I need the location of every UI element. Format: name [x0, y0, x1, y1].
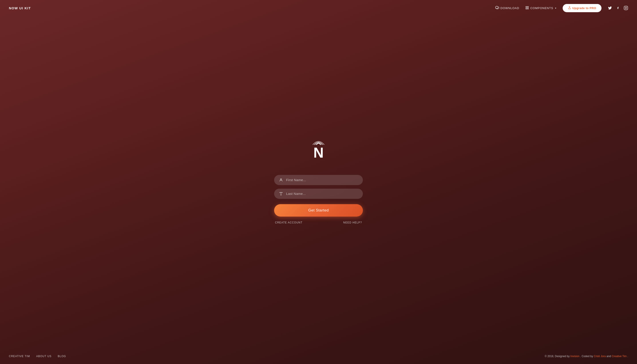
footer: CREATIVE TIM ABOUT US BLOG © 2018, Desig… — [0, 350, 637, 364]
form-container: Get Started CREATE ACCOUNT NEED HELP? — [274, 175, 363, 224]
text-icon — [279, 192, 283, 196]
social-icons — [608, 6, 628, 10]
svg-rect-2 — [528, 6, 529, 8]
main-content: N — [0, 16, 637, 350]
last-name-input[interactable] — [286, 192, 358, 196]
svg-rect-1 — [526, 6, 527, 8]
invision-link[interactable]: Invision — [570, 355, 579, 358]
cristi-jora-link[interactable]: Cristi Jora — [594, 355, 606, 358]
logo-n: N — [310, 144, 327, 162]
blog-link[interactable]: BLOG — [58, 355, 66, 358]
caret-down-icon: ▾ — [555, 7, 556, 9]
person-icon — [279, 178, 283, 182]
footer-credits: © 2018, Designed by Invision . Coded by … — [545, 355, 628, 358]
last-name-group — [274, 189, 363, 199]
first-name-input[interactable] — [286, 178, 358, 182]
navbar-right: DOWNLOAD COMPONENTS ▾ — [495, 4, 628, 12]
upgrade-button[interactable]: Upgrade to PRO — [563, 4, 601, 12]
svg-point-8 — [280, 179, 282, 180]
download-link[interactable]: DOWNLOAD — [495, 6, 519, 10]
footer-nav: CREATIVE TIM ABOUT US BLOG — [9, 355, 66, 358]
twitter-link[interactable] — [608, 6, 612, 10]
logo-letter: N — [313, 146, 324, 160]
svg-rect-3 — [526, 8, 527, 9]
form-links: CREATE ACCOUNT NEED HELP? — [274, 221, 363, 224]
download-label: DOWNLOAD — [501, 6, 519, 10]
about-us-link[interactable]: ABOUT US — [36, 355, 52, 358]
upgrade-icon — [568, 6, 571, 10]
copyright-text: © 2018, Designed by — [545, 355, 570, 358]
upgrade-label: Upgrade to PRO — [572, 6, 596, 10]
create-account-link[interactable]: CREATE ACCOUNT — [275, 221, 303, 224]
creative-tim2-link[interactable]: Creative Tim — [612, 355, 626, 358]
logo-container: N — [310, 138, 327, 162]
creative-tim-link[interactable]: CREATIVE TIM — [9, 355, 30, 358]
wifi-icon — [311, 138, 326, 146]
instagram-link[interactable] — [624, 6, 628, 10]
download-icon — [495, 6, 499, 10]
svg-rect-6 — [624, 6, 628, 10]
need-help-link[interactable]: NEED HELP? — [343, 221, 362, 224]
first-name-group — [274, 175, 363, 185]
components-label: COMPONENTS — [530, 6, 553, 10]
facebook-link[interactable] — [616, 6, 619, 10]
coded-by-text: . Coded by — [580, 355, 594, 358]
components-link[interactable]: COMPONENTS ▾ — [525, 6, 556, 10]
and-text: and — [607, 355, 612, 358]
get-started-button[interactable]: Get Started — [274, 204, 363, 216]
navbar: NOW UI KIT DOWNLOAD — [0, 0, 637, 16]
period-text: . — [627, 355, 628, 358]
components-icon — [525, 6, 529, 10]
svg-rect-4 — [528, 8, 529, 9]
brand-logo[interactable]: NOW UI KIT — [9, 6, 31, 10]
